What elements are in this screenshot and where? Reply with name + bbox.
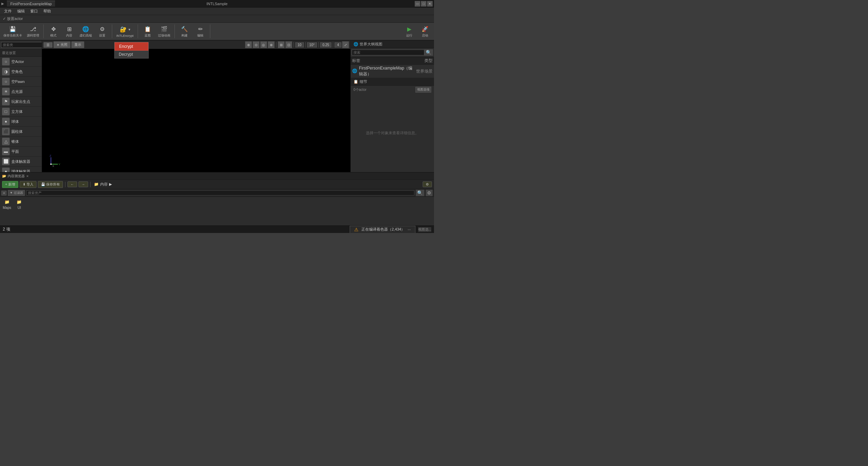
actor-search-bar: 🔍	[0, 41, 42, 50]
save-current-button[interactable]: 💾 保存当前关卡	[1, 24, 24, 39]
actor-item-sphere[interactable]: ● 球体	[0, 117, 42, 127]
edit-button[interactable]: ✏ 编辑	[193, 24, 208, 39]
encrypt-option[interactable]: Encrypt	[115, 42, 148, 51]
content-browser-icon: 📂	[2, 174, 6, 178]
menu-edit[interactable]: 编辑	[14, 8, 28, 14]
settings-button[interactable]: ⚙ 设置	[95, 24, 110, 39]
divider-1	[43, 24, 44, 38]
world-row-type: 世界场景	[416, 68, 433, 74]
left-panel: 🔍 最近放置 ○ 空Actor ◑ 空角色 ○ 空Pawn ☀ 点光源 ⚑ 玩家…	[0, 41, 42, 172]
vp-separator-5	[333, 42, 333, 47]
asset-search-button[interactable]: 🔍	[416, 190, 424, 196]
actor-item-empty-char[interactable]: ◑ 空角色	[0, 67, 42, 77]
vp-tool-4[interactable]: ⊗	[268, 41, 275, 48]
actor-item-point-light[interactable]: ☀ 点光源	[0, 87, 42, 97]
source-manager-button[interactable]: ⎇ 源码管理	[25, 24, 41, 39]
asset-settings-button[interactable]: ⚙	[426, 190, 433, 196]
filter-options-button[interactable]: ≡	[1, 191, 7, 195]
actor-item-cone[interactable]: △ 锥体	[0, 137, 42, 147]
player-start-icon: ⚑	[2, 98, 10, 105]
point-light-name: 点光源	[11, 89, 23, 94]
asset-search-input[interactable]	[26, 190, 414, 195]
vp-tool-2[interactable]: ⊙	[253, 41, 260, 48]
viewport-menu-button[interactable]: ☰	[43, 42, 53, 48]
intl-encrypt-button[interactable]: 🔐 ▼ INTLEncrypt Encrypt Decrypt	[114, 25, 136, 38]
divider-4	[174, 24, 175, 38]
cutscene-button[interactable]: 🎬 过场动画	[156, 24, 172, 39]
vp-grid-btn[interactable]: ⊞	[278, 41, 285, 48]
build-button[interactable]: 🔨 构建	[177, 24, 192, 39]
save-all-button[interactable]: 💾 保存所有	[38, 181, 63, 188]
ui-folder-name: UI	[18, 206, 21, 210]
cylinder-name: 圆柱体	[11, 129, 23, 134]
world-search-button[interactable]: 🔍	[424, 49, 433, 56]
actor-item-box-trigger[interactable]: ⬜ 盒体触发器	[0, 157, 42, 167]
folder-maps[interactable]: 📁 Maps	[3, 200, 11, 210]
forward-button[interactable]: →	[78, 181, 88, 187]
window-controls: — □ ✕	[415, 1, 433, 7]
import-icon: ⬇	[23, 182, 25, 186]
view-options-button[interactable]: 视图选项	[415, 87, 431, 93]
launch-button[interactable]: 🚀 启动	[417, 24, 433, 39]
save-all-icon: 💾	[41, 182, 45, 186]
divider-5	[210, 24, 210, 38]
details-icon: 📋	[353, 80, 358, 84]
vp-tool-3[interactable]: ◎	[260, 41, 267, 48]
vp-snap-num4: 4	[335, 42, 341, 47]
menu-help[interactable]: 帮助	[41, 8, 54, 14]
svg-text:Z: Z	[50, 154, 51, 157]
folder-ui[interactable]: 📁 UI	[17, 200, 22, 210]
world-row-map[interactable]: 🌐 FirstPersonExampleMap（编辑器） 世界场景	[351, 65, 434, 78]
lighting-label: 光照	[61, 42, 67, 47]
actor-item-sphere-trigger[interactable]: ● 球体触发器	[0, 167, 42, 172]
blueprint-button[interactable]: 📋 蓝图	[140, 24, 155, 39]
cone-name: 锥体	[11, 139, 19, 144]
sphere-name: 球体	[11, 119, 19, 124]
viewport-lighting-button[interactable]: ☀ 光照	[53, 41, 71, 48]
folder-nav-icon: 📁	[94, 182, 99, 187]
folder-nav-label: 内容	[100, 182, 108, 187]
cutscene-icon: 🎬	[160, 25, 168, 33]
actor-search-input[interactable]	[1, 42, 42, 48]
actor-item-player-start[interactable]: ⚑ 玩家出生点	[0, 97, 42, 107]
menu-bar: 文件 编辑 窗口 帮助	[0, 8, 434, 15]
content-breadcrumb: 📁 内容 ▶	[93, 182, 113, 187]
actor-item-cube[interactable]: □ 立方体	[0, 107, 42, 117]
content-button[interactable]: ⊞ 内容	[62, 24, 77, 39]
import-button[interactable]: ⬇ 导入	[20, 181, 36, 188]
menu-window[interactable]: 窗口	[28, 8, 41, 14]
viewport-show-button[interactable]: 显示	[71, 41, 84, 48]
world-search-input[interactable]	[352, 50, 424, 55]
world-row-name: FirstPersonExampleMap（编辑器）	[359, 65, 416, 77]
cutscene-label: 过场动画	[158, 33, 170, 38]
actor-item-empty-actor[interactable]: ○ 空Actor	[0, 57, 42, 67]
maps-folder-icon: 📁	[4, 200, 10, 204]
actor-item-cylinder[interactable]: ⬛ 圆柱体	[0, 127, 42, 137]
virtual-world-button[interactable]: 🌐 虚幻高端	[77, 24, 94, 39]
player-start-name: 玩家出生点	[11, 99, 30, 104]
new-button[interactable]: + 新增	[2, 181, 18, 188]
close-content-browser[interactable]: ✕	[26, 174, 29, 178]
back-button[interactable]: ←	[67, 181, 77, 187]
intl-encrypt-content: 🔐 ▼	[119, 25, 131, 34]
filter-toggle-button[interactable]: ▼ 过滤器	[8, 190, 24, 196]
vp-separator-4	[318, 42, 319, 47]
vp-expand-btn[interactable]: ⤢	[342, 41, 349, 48]
actor-item-plane[interactable]: ▬ 平面	[0, 147, 42, 157]
maximize-button[interactable]: □	[421, 1, 426, 7]
vp-dots-btn[interactable]: ⊡	[285, 41, 292, 48]
actor-item-empty-pawn[interactable]: ○ 空Pawn	[0, 77, 42, 87]
blueprint-label: 蓝图	[145, 33, 151, 38]
minimize-button[interactable]: —	[415, 1, 420, 7]
content-label: 内容	[66, 33, 72, 38]
main-content: 🔍 最近放置 ○ 空Actor ◑ 空角色 ○ 空Pawn ☀ 点光源 ⚑ 玩家…	[0, 41, 434, 172]
view-label-button[interactable]: 视图选...	[418, 227, 431, 232]
blueprint-icon: 📋	[144, 25, 152, 33]
content-lock-button[interactable]: ⚙	[423, 181, 432, 187]
close-button[interactable]: ✕	[427, 1, 433, 7]
mode-button[interactable]: ✥ 模式	[46, 24, 61, 39]
menu-file[interactable]: 文件	[1, 8, 14, 14]
run-button[interactable]: ▶ 运行	[402, 24, 417, 39]
vp-tool-1[interactable]: ⊕	[245, 41, 252, 48]
decrypt-option[interactable]: Decrypt	[115, 51, 148, 58]
